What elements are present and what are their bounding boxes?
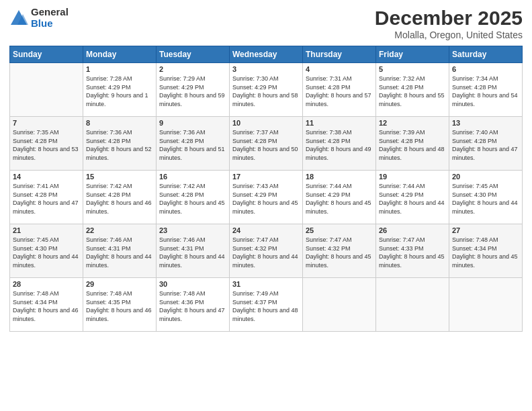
day-info: Sunrise: 7:48 AMSunset: 4:36 PMDaylight:… [159,289,226,323]
calendar-week-0: 1Sunrise: 7:28 AMSunset: 4:29 PMDaylight… [10,63,523,117]
calendar-header: Sunday Monday Tuesday Wednesday Thursday… [10,46,523,63]
logo-text: General Blue [31,7,69,29]
calendar-cell: 6Sunrise: 7:34 AMSunset: 4:28 PMDaylight… [449,63,523,117]
calendar-cell: 10Sunrise: 7:37 AMSunset: 4:28 PMDayligh… [230,117,303,171]
day-number: 12 [379,119,446,127]
calendar-cell: 11Sunrise: 7:38 AMSunset: 4:28 PMDayligh… [303,117,376,171]
calendar-cell: 12Sunrise: 7:39 AMSunset: 4:28 PMDayligh… [376,117,449,171]
calendar-week-4: 28Sunrise: 7:48 AMSunset: 4:34 PMDayligh… [10,278,523,332]
calendar-cell: 1Sunrise: 7:28 AMSunset: 4:29 PMDaylight… [83,63,157,117]
header-row: Sunday Monday Tuesday Wednesday Thursday… [10,46,523,63]
calendar-week-1: 7Sunrise: 7:35 AMSunset: 4:28 PMDaylight… [10,117,523,171]
calendar-cell [10,63,83,117]
header: General Blue December 2025 Molalla, Oreg… [9,7,523,40]
calendar-cell: 8Sunrise: 7:36 AMSunset: 4:28 PMDaylight… [83,117,157,171]
day-number: 16 [159,173,226,181]
calendar-cell: 20Sunrise: 7:45 AMSunset: 4:30 PMDayligh… [449,171,523,224]
day-number: 1 [86,65,153,73]
day-info: Sunrise: 7:39 AMSunset: 4:28 PMDaylight:… [379,128,446,162]
calendar-cell: 16Sunrise: 7:42 AMSunset: 4:28 PMDayligh… [157,171,230,224]
calendar-cell: 17Sunrise: 7:43 AMSunset: 4:29 PMDayligh… [230,171,303,224]
logo-blue-label: Blue [31,18,69,30]
calendar-week-3: 21Sunrise: 7:45 AMSunset: 4:30 PMDayligh… [10,224,523,278]
calendar-cell: 25Sunrise: 7:47 AMSunset: 4:32 PMDayligh… [303,224,376,278]
calendar-cell: 27Sunrise: 7:48 AMSunset: 4:34 PMDayligh… [449,224,523,278]
calendar-cell [303,278,376,332]
month-title: December 2025 [375,7,523,30]
location-title: Molalla, Oregon, United States [375,30,523,40]
col-saturday: Saturday [449,46,523,63]
day-info: Sunrise: 7:31 AMSunset: 4:28 PMDaylight:… [306,75,373,108]
calendar-cell: 31Sunrise: 7:49 AMSunset: 4:37 PMDayligh… [230,278,303,332]
calendar-cell: 18Sunrise: 7:44 AMSunset: 4:29 PMDayligh… [303,171,376,224]
col-wednesday: Wednesday [230,46,303,63]
calendar-cell: 2Sunrise: 7:29 AMSunset: 4:29 PMDaylight… [157,63,230,117]
day-info: Sunrise: 7:32 AMSunset: 4:28 PMDaylight:… [379,75,446,108]
day-number: 10 [232,119,300,127]
calendar-cell [449,278,523,332]
day-info: Sunrise: 7:36 AMSunset: 4:28 PMDaylight:… [159,128,226,162]
col-sunday: Sunday [10,46,83,63]
day-info: Sunrise: 7:29 AMSunset: 4:29 PMDaylight:… [159,75,226,108]
col-tuesday: Tuesday [157,46,230,63]
page-container: General Blue December 2025 Molalla, Oreg… [0,0,532,338]
calendar-cell: 5Sunrise: 7:32 AMSunset: 4:28 PMDaylight… [376,63,449,117]
day-number: 11 [306,119,373,127]
calendar-cell: 28Sunrise: 7:48 AMSunset: 4:34 PMDayligh… [10,278,83,332]
day-number: 4 [306,65,373,73]
day-info: Sunrise: 7:34 AMSunset: 4:28 PMDaylight:… [452,75,519,108]
calendar-cell: 22Sunrise: 7:46 AMSunset: 4:31 PMDayligh… [83,224,157,278]
day-number: 21 [13,226,80,234]
logo-general-label: General [31,7,69,18]
day-info: Sunrise: 7:47 AMSunset: 4:33 PMDaylight:… [379,236,446,269]
logo: General Blue [9,7,69,29]
calendar-week-2: 14Sunrise: 7:41 AMSunset: 4:28 PMDayligh… [10,171,523,224]
day-number: 31 [232,280,300,288]
day-number: 5 [379,65,446,73]
calendar-body: 1Sunrise: 7:28 AMSunset: 4:29 PMDaylight… [10,63,523,332]
calendar-cell: 15Sunrise: 7:42 AMSunset: 4:28 PMDayligh… [83,171,157,224]
day-info: Sunrise: 7:44 AMSunset: 4:29 PMDaylight:… [379,182,446,216]
day-info: Sunrise: 7:47 AMSunset: 4:32 PMDaylight:… [306,236,373,269]
day-number: 2 [159,65,226,73]
calendar-cell: 21Sunrise: 7:45 AMSunset: 4:30 PMDayligh… [10,224,83,278]
calendar-cell: 7Sunrise: 7:35 AMSunset: 4:28 PMDaylight… [10,117,83,171]
calendar-cell: 19Sunrise: 7:44 AMSunset: 4:29 PMDayligh… [376,171,449,224]
day-number: 20 [452,173,519,181]
day-info: Sunrise: 7:45 AMSunset: 4:30 PMDaylight:… [13,236,80,269]
day-info: Sunrise: 7:47 AMSunset: 4:32 PMDaylight:… [232,236,300,269]
day-number: 9 [159,119,226,127]
calendar-cell: 3Sunrise: 7:30 AMSunset: 4:29 PMDaylight… [230,63,303,117]
calendar-cell: 26Sunrise: 7:47 AMSunset: 4:33 PMDayligh… [376,224,449,278]
day-number: 25 [306,226,373,234]
day-info: Sunrise: 7:30 AMSunset: 4:29 PMDaylight:… [232,75,300,108]
day-number: 22 [86,226,153,234]
day-number: 29 [86,280,153,288]
calendar-cell: 13Sunrise: 7:40 AMSunset: 4:28 PMDayligh… [449,117,523,171]
day-info: Sunrise: 7:48 AMSunset: 4:34 PMDaylight:… [452,236,519,269]
day-info: Sunrise: 7:46 AMSunset: 4:31 PMDaylight:… [86,236,153,269]
col-thursday: Thursday [303,46,376,63]
day-number: 26 [379,226,446,234]
day-number: 24 [232,226,300,234]
calendar-cell: 9Sunrise: 7:36 AMSunset: 4:28 PMDaylight… [157,117,230,171]
day-number: 13 [452,119,519,127]
day-number: 7 [13,119,80,127]
title-block: December 2025 Molalla, Oregon, United St… [375,7,523,40]
calendar-cell: 14Sunrise: 7:41 AMSunset: 4:28 PMDayligh… [10,171,83,224]
day-number: 19 [379,173,446,181]
day-number: 17 [232,173,300,181]
day-number: 30 [159,280,226,288]
day-info: Sunrise: 7:45 AMSunset: 4:30 PMDaylight:… [452,182,519,216]
day-info: Sunrise: 7:43 AMSunset: 4:29 PMDaylight:… [232,182,300,216]
calendar-cell: 30Sunrise: 7:48 AMSunset: 4:36 PMDayligh… [157,278,230,332]
day-number: 15 [86,173,153,181]
calendar-cell [376,278,449,332]
calendar-cell: 24Sunrise: 7:47 AMSunset: 4:32 PMDayligh… [230,224,303,278]
calendar-cell: 4Sunrise: 7:31 AMSunset: 4:28 PMDaylight… [303,63,376,117]
day-info: Sunrise: 7:35 AMSunset: 4:28 PMDaylight:… [13,128,80,162]
day-info: Sunrise: 7:41 AMSunset: 4:28 PMDaylight:… [13,182,80,216]
day-number: 8 [86,119,153,127]
day-number: 6 [452,65,519,73]
day-info: Sunrise: 7:38 AMSunset: 4:28 PMDaylight:… [306,128,373,162]
